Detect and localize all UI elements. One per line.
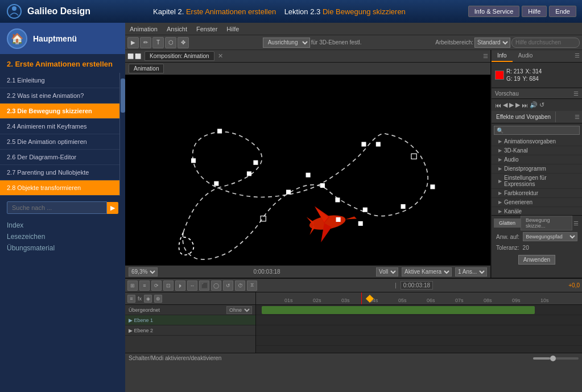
nav-item-2-2[interactable]: 2.2 Was ist eine Animation? xyxy=(0,88,119,104)
search-help-input[interactable] xyxy=(511,38,580,48)
effekte-item-farbkorrektur[interactable]: ▶Farbkorrektur xyxy=(492,189,582,198)
info-service-button[interactable]: Info & Service xyxy=(468,6,519,17)
nav-item-2-5[interactable]: 2.5 Die Animation optimieren xyxy=(0,134,119,150)
nav-item-2-4[interactable]: 2.4 Animieren mit Keyframes xyxy=(0,119,119,134)
effekte-item-kanale[interactable]: ▶Kanäle xyxy=(492,207,582,215)
ae-menu-animation[interactable]: Animation xyxy=(130,26,158,32)
step-fwd-btn[interactable]: ▶ xyxy=(515,101,520,109)
chapter-title: Kapitel 2. Erste Animationen erstellen L… xyxy=(90,7,468,16)
tl-time-display[interactable]: 0:00:03:18 xyxy=(401,281,433,290)
anw-auf-dropdown[interactable]: Bewegungspfad xyxy=(523,232,577,241)
zoom-thumb[interactable] xyxy=(550,356,556,361)
glatten-tab[interactable]: Glatten xyxy=(494,218,521,228)
svg-rect-15 xyxy=(361,142,366,146)
views-dropdown[interactable]: 1 Ans... xyxy=(455,267,487,277)
next-frame-btn[interactable]: ⏭ xyxy=(522,102,528,109)
nav-item-2-8[interactable]: 2.8 Objekte transformieren xyxy=(0,180,119,196)
tl-tick-3s: 03s xyxy=(341,298,350,303)
tl-btn-6[interactable]: ↔ xyxy=(187,280,197,291)
tl-btn-7[interactable]: ⬛ xyxy=(199,280,209,291)
ae-panels: ⬜ ⬜ Komposition: Animation ✕ ☰ Animation xyxy=(125,50,582,392)
comp-animation-tab[interactable]: Animation xyxy=(129,64,164,73)
nav-item-2-7[interactable]: 2.7 Parenting und Nullobjekte xyxy=(0,165,119,180)
tl-btn-1[interactable]: ⊞ xyxy=(127,280,138,291)
vorschau-panel-menu[interactable]: ☰ xyxy=(573,90,579,97)
info-tab-bar: Info Audio ☰ xyxy=(492,50,582,63)
hilfe-button[interactable]: Hilfe xyxy=(522,6,547,17)
index-link[interactable]: Index xyxy=(7,220,118,231)
ae-menu-ansicht[interactable]: Ansicht xyxy=(167,26,187,32)
prev-frame-btn[interactable]: ⏮ xyxy=(495,102,501,109)
tl-tick-6s: 06s xyxy=(427,298,435,303)
tl-ohne-select[interactable]: Ohne xyxy=(226,306,252,314)
effekte-item-generieren[interactable]: ▶Generieren xyxy=(492,198,582,207)
home-icon[interactable]: 🏠 xyxy=(7,28,27,49)
tool-select[interactable]: ▶ xyxy=(127,37,139,48)
tl-btn-5[interactable]: ⏵ xyxy=(175,280,185,291)
comp-tab-komposition[interactable]: Komposition: Animation xyxy=(145,51,214,61)
comp-panel-menu[interactable]: ☰ xyxy=(483,53,488,59)
glatten-panel-menu[interactable]: ☰ xyxy=(572,219,580,228)
nav-item-2-3[interactable]: 2.3 Die Bewegung skizzieren xyxy=(0,104,119,119)
nav-item-2-6[interactable]: 2.6 Der Diagramm-Editor xyxy=(0,150,119,165)
lesezeichen-link[interactable]: Lesezeichen xyxy=(7,231,118,242)
scroll-thumb[interactable] xyxy=(121,79,125,113)
tl-bar-main xyxy=(262,306,535,314)
tool-text[interactable]: T xyxy=(152,37,164,48)
tl-playhead[interactable] xyxy=(361,292,362,304)
tl-btn-8[interactable]: ◯ xyxy=(211,280,221,291)
effekte-item-dienstprog[interactable]: ▶Dienstprogramm xyxy=(492,164,582,174)
tl-label-btn1[interactable]: ≡ xyxy=(127,295,135,303)
tl-btn-9[interactable]: ↺ xyxy=(223,280,233,291)
ende-button[interactable]: Ende xyxy=(549,6,576,17)
time-display-comp: 0:00:03:18 xyxy=(253,269,280,275)
tl-label-btn2[interactable]: ◈ xyxy=(144,295,152,303)
zoom-slider[interactable] xyxy=(533,357,579,360)
ae-menu-hilfe[interactable]: Hilfe xyxy=(226,26,239,32)
nav-item-2-1[interactable]: 2.1 Einleitung xyxy=(0,73,119,88)
alignment-dropdown[interactable]: Ausrichtung xyxy=(263,38,310,48)
effekte-item-audio[interactable]: ▶Audio xyxy=(492,155,582,164)
ubungsmaterial-link[interactable]: Übungsmaterial xyxy=(7,242,118,254)
tl-btn-2[interactable]: ≡ xyxy=(139,280,150,291)
workspace-dropdown[interactable]: Standard xyxy=(474,38,510,48)
effekte-item-expressions[interactable]: ▶Einstellungen für Expressions xyxy=(492,174,582,189)
comp-close-btn[interactable]: ✕ xyxy=(218,52,223,60)
tool-pen[interactable]: ✏ xyxy=(140,37,151,48)
tl-tick-7s: 07s xyxy=(455,298,464,303)
logo-area: Galileo Design xyxy=(6,3,90,20)
effekte-panel-menu[interactable]: ☰ xyxy=(572,112,582,122)
tl-btn-11[interactable]: ⧖ xyxy=(247,280,257,291)
tl-track-area[interactable]: 01s 02s 03s 04s 05s 06s 07s 08s 09s 10s xyxy=(256,292,582,353)
ae-menu-fenster[interactable]: Fenster xyxy=(196,26,217,32)
ae-left-panels: ⬜ ⬜ Komposition: Animation ✕ ☰ Animation xyxy=(125,50,582,392)
tool-move[interactable]: ✥ xyxy=(178,37,189,48)
step-back-btn[interactable]: ◀ xyxy=(503,101,507,109)
info-tab[interactable]: Info xyxy=(492,50,513,62)
effekte-tab-label[interactable]: Effekte und Vorgaben xyxy=(492,112,556,122)
info-panel-menu[interactable]: ☰ xyxy=(572,50,582,62)
svg-rect-16 xyxy=(306,173,311,178)
tl-btn-3[interactable]: ⟳ xyxy=(151,280,162,291)
loop-btn[interactable]: ↺ xyxy=(539,101,544,109)
audio-btn[interactable]: 🔊 xyxy=(530,101,538,109)
search-input[interactable] xyxy=(7,201,107,214)
search-button[interactable]: ▶ xyxy=(107,202,118,214)
bewegung-tab[interactable]: Bewegung skizzie... xyxy=(521,216,572,230)
tl-btn-4[interactable]: ⊡ xyxy=(163,280,174,291)
effekte-item-animvorgaben[interactable]: ▶Animationsvorgaben xyxy=(492,137,582,146)
tool-shape[interactable]: ⬡ xyxy=(165,37,176,48)
zoom-dropdown[interactable]: 69,3% xyxy=(129,267,158,277)
effekte-item-3dchanal[interactable]: ▶3D-Kanal xyxy=(492,146,582,155)
effekte-search-input[interactable] xyxy=(494,126,580,135)
camera-dropdown[interactable]: Aktive Kamera xyxy=(402,267,452,277)
timeline-tracks: ≡ fx ◈ ⊕ Übergeordnet Ohne xyxy=(125,292,582,353)
color-swatch[interactable] xyxy=(495,71,504,80)
tl-label-btn3[interactable]: ⊕ xyxy=(154,295,162,303)
quality-dropdown[interactable]: Voll xyxy=(376,267,398,277)
tl-btn-10[interactable]: ⏱ xyxy=(235,280,245,291)
play-vorschau-btn[interactable]: ▶ xyxy=(509,101,514,109)
tl-track-row-3 xyxy=(256,325,582,336)
anwenden-button[interactable]: Anwenden xyxy=(518,255,555,265)
audio-tab[interactable]: Audio xyxy=(513,50,539,62)
